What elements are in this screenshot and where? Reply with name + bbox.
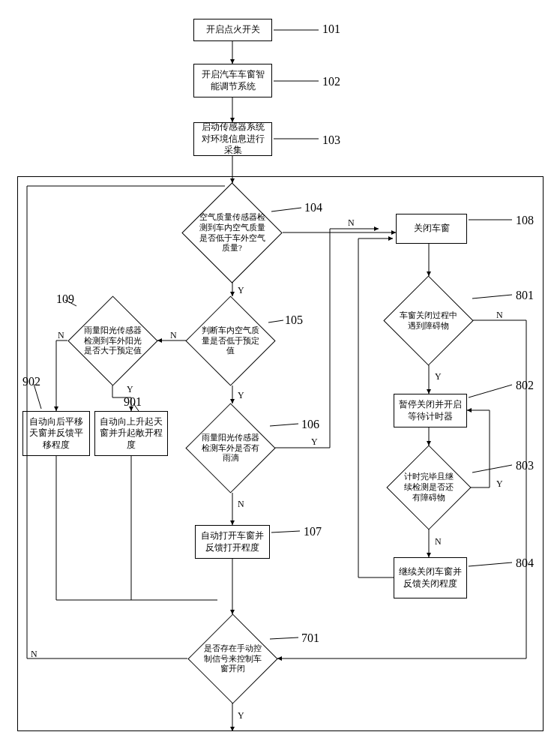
- label-802: 802: [516, 379, 534, 392]
- text: 雨量阳光传感器检测到车外阳光是否大于预定值: [81, 324, 145, 358]
- text: 计时完毕且继续检测是否还有障碍物: [399, 470, 459, 504]
- label-902: 902: [22, 375, 40, 388]
- diamond-106: 雨量阳光传感器检测车外是否有雨滴: [199, 416, 262, 480]
- yn-109y: Y: [125, 384, 135, 395]
- text: 关闭车窗: [414, 223, 450, 235]
- box-108: 关闭车窗: [396, 214, 467, 244]
- label-901: 901: [124, 395, 142, 409]
- label-104: 104: [304, 201, 322, 214]
- box-901: 自动向上升起天窗并升起敞开程度: [94, 411, 168, 456]
- yn-105y: Y: [236, 390, 246, 401]
- text: 车窗关闭过程中遇到障碍物: [397, 309, 460, 333]
- diamond-801: 车窗关闭过程中遇到障碍物: [397, 289, 460, 352]
- diamond-701: 是否存在手动控制信号来控制车窗开闭: [201, 627, 265, 691]
- box-103: 启动传感器系统对环境信息进行采集: [193, 122, 272, 156]
- box-107: 自动打开车窗并反馈打开程度: [195, 525, 270, 559]
- yn-105n: N: [169, 330, 178, 341]
- text: 自动打开车窗并反馈打开程度: [200, 530, 265, 554]
- label-701: 701: [301, 632, 319, 645]
- text: 空气质量传感器检测到车内空气质量是否低于车外空气质量?: [196, 211, 268, 255]
- box-902: 自动向后平移天窗并反馈平移程度: [22, 411, 90, 456]
- text: 自动向后平移天窗并反馈平移程度: [28, 416, 85, 452]
- text: 是否存在手动控制信号来控制车窗开闭: [201, 642, 265, 676]
- label-105: 105: [285, 314, 303, 327]
- yn-701n: N: [29, 649, 39, 660]
- yn-801y: Y: [433, 371, 443, 382]
- yn-803y: Y: [495, 478, 505, 490]
- yn-104n: N: [346, 218, 356, 229]
- label-101: 101: [322, 22, 340, 36]
- label-103: 103: [322, 134, 340, 147]
- label-109: 109: [56, 292, 74, 306]
- yn-104y: Y: [236, 285, 246, 296]
- text: 启动传感器系统对环境信息进行采集: [199, 122, 267, 157]
- text: 雨量阳光传感器检测车外是否有雨滴: [199, 431, 262, 465]
- yn-106y: Y: [310, 436, 319, 448]
- text: 开启汽车车窗智能调节系统: [199, 69, 267, 92]
- label-107: 107: [304, 525, 322, 538]
- text: 暂停关闭并开启等待计时器: [399, 399, 462, 422]
- yn-109n: N: [56, 330, 66, 341]
- box-802: 暂停关闭并开启等待计时器: [394, 394, 467, 428]
- yn-701y: Y: [236, 710, 246, 722]
- label-102: 102: [322, 75, 340, 88]
- diamond-104: 空气质量传感器检测到车内空气质量是否低于车外空气质量?: [196, 197, 268, 268]
- label-801: 801: [516, 289, 534, 302]
- box-804: 继续关闭车窗并反馈关闭程度: [394, 557, 467, 598]
- diamond-105: 判断车内空气质量是否低于预定值: [199, 309, 262, 373]
- label-106: 106: [301, 418, 319, 431]
- yn-801n: N: [495, 310, 505, 321]
- yn-803n: N: [433, 536, 443, 548]
- diamond-803: 计时完毕且继续检测是否还有障碍物: [399, 458, 459, 518]
- yn-106n: N: [236, 499, 246, 510]
- box-101: 开启点火开关: [193, 19, 272, 41]
- text: 自动向上升起天窗并升起敞开程度: [100, 416, 163, 452]
- box-102: 开启汽车车窗智能调节系统: [193, 64, 272, 98]
- text: 开启点火开关: [206, 24, 260, 36]
- diamond-109: 雨量阳光传感器检测到车外阳光是否大于预定值: [81, 309, 145, 373]
- label-804: 804: [516, 556, 534, 570]
- text: 继续关闭车窗并反馈关闭程度: [399, 566, 462, 590]
- label-803: 803: [516, 459, 534, 472]
- text: 判断车内空气质量是否低于预定值: [199, 324, 262, 358]
- label-108: 108: [516, 214, 534, 227]
